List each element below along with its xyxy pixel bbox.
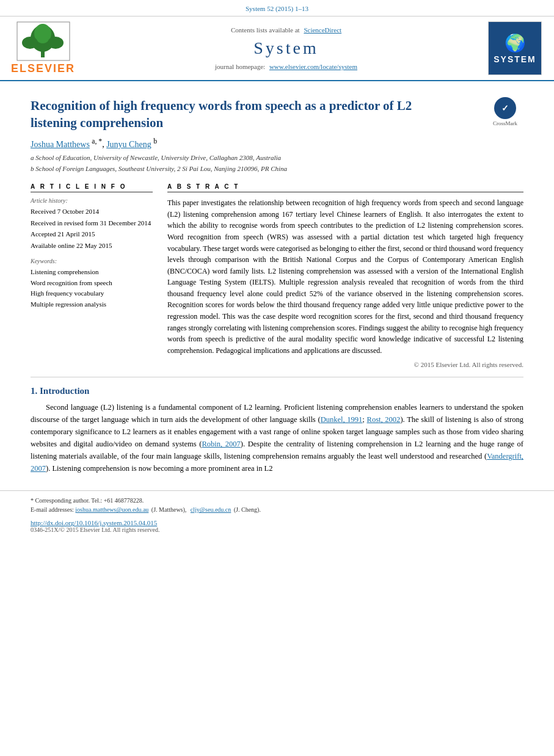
abstract-heading: A B S T R A C T [167,183,523,192]
article-info-heading: A R T I C L E I N F O [31,183,153,192]
section-divider [31,377,523,377]
journal-title-area: Contents lists available at ScienceDirec… [94,21,478,75]
keyword-4: Multiple regression analysis [31,299,153,310]
doi-link[interactable]: http://dx.doi.org/10.1016/j.system.2015.… [31,519,157,526]
affiliation-b: b School of Foreign Languages, Southeast… [31,164,523,173]
ref-vandergrift[interactable]: Vandergrift, 2007 [31,452,523,473]
article-title-section: Recognition of high frequency words from… [31,97,523,132]
authors-text: Joshua Matthews a, *, Junyu Cheng b [31,140,157,149]
journal-citation: System 52 (2015) 1–13 [246,5,308,12]
system-title-text: SYSTEM [494,54,536,64]
article-info-column: A R T I C L E I N F O Article history: R… [31,183,153,368]
history-label: Article history: [31,197,153,204]
keywords-section: Keywords: Listening comprehension Word r… [31,258,153,310]
revised-date: Received in revised form 31 December 201… [31,218,153,228]
keyword-2: Word recognition from speech [31,278,153,289]
keyword-3: High frequency vocabulary [31,288,153,299]
doi-line: http://dx.doi.org/10.1016/j.system.2015.… [31,519,523,526]
elsevier-wordmark: ELSEVIER [11,62,75,75]
two-column-layout: A R T I C L E I N F O Article history: R… [31,183,523,368]
homepage-line: journal homepage: www.elsevier.com/locat… [215,63,357,70]
system-logo-area: 🌍 SYSTEM [488,21,543,75]
ref-dunkel[interactable]: Dunkel, 1991 [321,415,363,424]
intro-heading: 1. Introduction [31,386,523,396]
globe-icon: 🌍 [505,33,526,53]
svg-text:✓: ✓ [501,103,509,113]
ref-robin[interactable]: Robin, 2007 [202,440,240,448]
ref-rost[interactable]: Rost, 2002 [367,415,401,424]
email-line: E-mail addresses: joshua.matthews@uon.ed… [31,505,523,514]
email-cheng[interactable]: cljy@seu.edu.cn [191,506,231,513]
crossmark-badge: ✓ CrossMark [487,97,523,126]
sciencedirect-link[interactable]: ScienceDirect [304,26,341,34]
abstract-text: This paper investigates the relationship… [167,197,523,356]
received-date: Received 7 October 2014 [31,206,153,217]
corresponding-note: * Corresponding author. Tel.: +61 468778… [31,496,523,505]
introduction-section: 1. Introduction Second language (L2) lis… [31,386,523,474]
article-authors: Joshua Matthews a, *, Junyu Cheng b [31,138,523,150]
svg-point-5 [48,37,64,49]
crossmark-icon: ✓ [494,97,516,119]
affiliation-a: a School of Education, University of New… [31,153,523,162]
rights-line: 0346-251X/© 2015 Elsevier Ltd. All right… [31,526,523,533]
author-matthews[interactable]: Joshua Matthews [31,140,90,149]
journal-name: System [253,38,318,58]
accepted-date: Accepted 21 April 2015 [31,229,153,239]
contents-line: Contents lists available at ScienceDirec… [231,26,341,34]
article-footer: * Corresponding author. Tel.: +61 468778… [0,490,554,539]
elsevier-logo-area: ELSEVIER [11,21,84,75]
elsevier-tree-icon [16,21,70,61]
article-title: Recognition of high frequency words from… [31,97,458,132]
homepage-link[interactable]: www.elsevier.com/locate/system [269,63,357,70]
copyright-line: © 2015 Elsevier Ltd. All rights reserved… [167,361,523,368]
crossmark-label: CrossMark [493,120,517,126]
journal-top-bar: System 52 (2015) 1–13 [0,0,554,16]
keyword-1: Listening comprehension [31,267,153,278]
keywords-label: Keywords: [31,258,153,264]
abstract-column: A B S T R A C T This paper investigates … [167,183,523,368]
author-cheng[interactable]: Junyu Cheng [106,140,151,149]
system-logo-box: 🌍 SYSTEM [488,21,542,75]
article-content: Recognition of high frequency words from… [0,81,554,490]
available-date: Available online 22 May 2015 [31,241,153,251]
email-matthews[interactable]: joshua.matthews@uon.edu.au [75,506,148,513]
journal-header: ELSEVIER Contents lists available at Sci… [0,16,554,81]
intro-paragraph-1: Second language (L2) listening is a fund… [31,401,523,474]
svg-point-4 [22,37,38,49]
